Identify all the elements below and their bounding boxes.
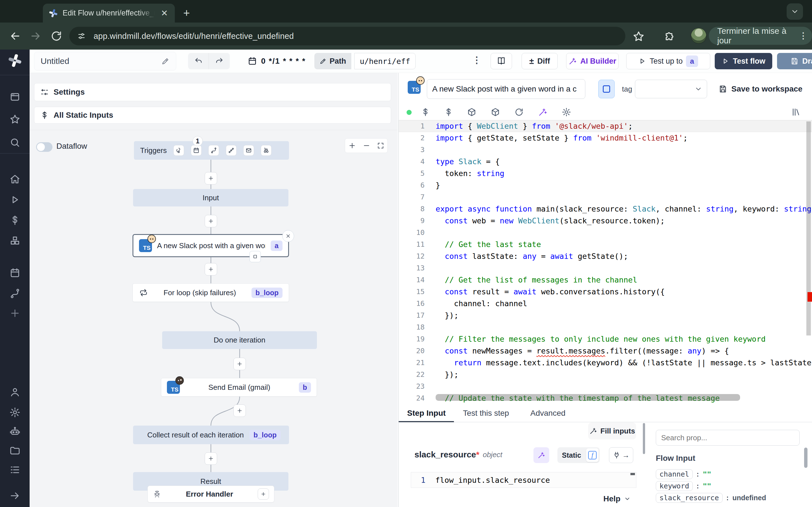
- static-toggle-group[interactable]: Static f: [557, 447, 600, 463]
- sidebar-item-workers-icon[interactable]: [9, 426, 20, 437]
- path-button[interactable]: Path: [314, 53, 351, 69]
- remove-step-button[interactable]: [282, 230, 294, 242]
- tag-select[interactable]: [635, 80, 707, 98]
- collect-node[interactable]: Collect result of each iteration b_loop: [133, 426, 289, 444]
- site-info-icon[interactable]: [77, 31, 86, 41]
- contextual-variables-icon[interactable]: [444, 107, 453, 117]
- sidebar-item-resources-icon[interactable]: [9, 235, 20, 246]
- props-scrollbar[interactable]: [804, 448, 808, 468]
- sidebar-item-apps-icon[interactable]: [9, 91, 20, 103]
- add-step-button[interactable]: [205, 172, 217, 184]
- sidebar-expand-icon[interactable]: [9, 490, 20, 501]
- schedule-cron[interactable]: 0 */1 * * * *: [248, 53, 306, 69]
- script-settings-icon[interactable]: [562, 107, 571, 117]
- save-to-workspace-button[interactable]: Save to workspace: [718, 80, 802, 98]
- browser-menu-icon[interactable]: ⋮: [799, 32, 808, 40]
- editor-vertical-scrollbar[interactable]: [806, 121, 811, 335]
- sidebar-item-favorites-icon[interactable]: [9, 114, 20, 125]
- input-node[interactable]: Input: [133, 189, 289, 207]
- code-line[interactable]: 8export async function main(slack_resour…: [399, 203, 812, 215]
- resources-icon[interactable]: [467, 107, 476, 117]
- code-line[interactable]: 10: [399, 227, 812, 238]
- undo-button[interactable]: [188, 53, 209, 69]
- code-line[interactable]: 11 // Get the last state: [399, 238, 812, 250]
- windmill-logo[interactable]: [7, 53, 22, 68]
- new-tab-button[interactable]: +: [183, 7, 190, 19]
- code-editor[interactable]: 1import { WebClient } from '@slack/web-a…: [399, 120, 812, 406]
- expression-editor[interactable]: 1 flow_input.slack_resource: [411, 472, 637, 488]
- poll-trigger-icon[interactable]: [261, 145, 271, 156]
- add-step-button[interactable]: [234, 404, 246, 417]
- sidebar-item-home-icon[interactable]: [9, 173, 20, 185]
- reload-button[interactable]: [50, 30, 63, 42]
- code-line[interactable]: 20 const newMessages = result.messages.f…: [399, 345, 812, 357]
- resource-types-icon[interactable]: [491, 107, 500, 117]
- code-line[interactable]: 5 token: string: [399, 168, 812, 179]
- reset-icon[interactable]: [514, 107, 524, 117]
- code-line[interactable]: 12 const lastState: any = await getState…: [399, 250, 812, 262]
- editor-horizontal-scrollbar[interactable]: [436, 394, 740, 401]
- code-line[interactable]: 7: [399, 191, 812, 203]
- webhook-trigger-icon[interactable]: [173, 145, 184, 156]
- add-step-button[interactable]: [205, 452, 217, 465]
- code-line[interactable]: 4type Slack = {: [399, 156, 812, 168]
- test-flow-button[interactable]: Test flow: [715, 53, 772, 69]
- edit-title-icon[interactable]: [161, 57, 170, 65]
- variables-icon[interactable]: [421, 107, 430, 117]
- stop-after-if-button[interactable]: [250, 251, 261, 262]
- sidebar-item-logs-icon[interactable]: [9, 464, 20, 475]
- code-line[interactable]: 23: [399, 381, 812, 392]
- step-summary-input[interactable]: [427, 79, 585, 99]
- sidebar-item-runs-icon[interactable]: [9, 194, 20, 205]
- sidebar-item-add-icon[interactable]: [9, 307, 20, 319]
- slack-step-node[interactable]: TS A new Slack post with a given wor... …: [133, 234, 289, 257]
- connect-input-button[interactable]: →: [609, 447, 633, 463]
- ai-assistant-icon[interactable]: [538, 107, 548, 117]
- sidebar-item-schedules-icon[interactable]: [9, 267, 20, 279]
- redo-button[interactable]: [209, 53, 230, 69]
- tab-test-this-step[interactable]: Test this step: [463, 409, 509, 418]
- browser-tab[interactable]: Edit Flow u/henri/effective_un ✕: [43, 4, 175, 22]
- code-line[interactable]: 19 // Filter the messages to only includ…: [399, 333, 812, 345]
- more-menu-button[interactable]: ⋮: [472, 55, 481, 65]
- code-line[interactable]: 15 const result = await web.conversation…: [399, 286, 812, 298]
- test-up-to-button[interactable]: Test up to a: [626, 53, 710, 69]
- sidebar-item-settings-icon[interactable]: [9, 407, 20, 418]
- draft-button[interactable]: Draft: [777, 53, 812, 69]
- sidebar-item-users-icon[interactable]: [9, 386, 20, 398]
- extensions-icon[interactable]: [663, 31, 675, 43]
- ai-fill-argument-button[interactable]: [534, 447, 549, 463]
- tab-close-icon[interactable]: ✕: [160, 8, 169, 18]
- flow-input-prop[interactable]: keyword:"": [656, 480, 711, 492]
- code-line[interactable]: 14 // Get the list of messages in the ch…: [399, 274, 812, 286]
- diff-button[interactable]: ± Diff: [522, 53, 558, 69]
- sidebar-item-search-icon[interactable]: [9, 137, 20, 148]
- code-line[interactable]: 1import { WebClient } from '@slack/web-a…: [399, 120, 812, 132]
- docs-button[interactable]: [491, 53, 512, 69]
- code-line[interactable]: 22 });: [399, 369, 812, 381]
- email-step-node[interactable]: TS Send Email (gmail) b: [161, 378, 317, 397]
- sidebar-item-routes-icon[interactable]: [9, 288, 20, 299]
- sidebar-item-folders-icon[interactable]: [9, 445, 20, 456]
- back-button[interactable]: [9, 30, 21, 42]
- help-button[interactable]: Help: [603, 494, 631, 503]
- path-value[interactable]: u/henri/eff: [354, 53, 416, 69]
- ai-builder-button[interactable]: AI Builder: [566, 53, 619, 69]
- search-prop-input[interactable]: [656, 430, 800, 446]
- add-step-button[interactable]: [205, 263, 217, 276]
- add-step-button[interactable]: [205, 215, 217, 227]
- schedule-trigger-icon[interactable]: [191, 145, 202, 156]
- fill-inputs-button[interactable]: Fill inputs: [588, 422, 636, 439]
- code-line[interactable]: 13: [399, 262, 812, 274]
- add-step-button[interactable]: [234, 358, 246, 370]
- javascript-expr-toggle[interactable]: f: [586, 448, 599, 462]
- http-route-trigger-icon[interactable]: [208, 145, 219, 156]
- kafka-trigger-icon[interactable]: [226, 145, 237, 156]
- tab-step-input[interactable]: Step Input: [407, 409, 446, 418]
- browser-update-button[interactable]: Terminer la mise à jour ⋮: [709, 27, 812, 45]
- tab-advanced[interactable]: Advanced: [530, 409, 566, 418]
- flow-title-field[interactable]: Untitled: [34, 52, 176, 70]
- code-line[interactable]: 16 channel: channel: [399, 298, 812, 309]
- code-line[interactable]: 21 return message.text.includes(keyword)…: [399, 357, 812, 369]
- code-line[interactable]: 9 const web = new WebClient(slack_resour…: [399, 215, 812, 227]
